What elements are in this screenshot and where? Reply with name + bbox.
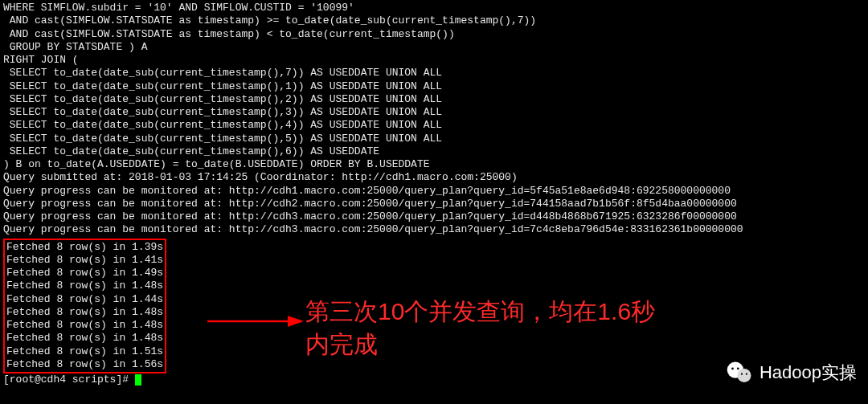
fetched-result-line: Fetched 8 row(s) in 1.48s: [6, 332, 163, 345]
fetched-result-line: Fetched 8 row(s) in 1.39s: [6, 241, 163, 254]
fetched-results-highlight-box: Fetched 8 row(s) in 1.39sFetched 8 row(s…: [3, 239, 166, 374]
terminal-line: SELECT to_date(date_sub(current_timestam…: [3, 67, 865, 80]
terminal-line: SELECT to_date(date_sub(current_timestam…: [3, 106, 865, 119]
terminal-line: Query progress can be monitored at: http…: [3, 223, 865, 236]
fetched-result-line: Fetched 8 row(s) in 1.48s: [6, 280, 163, 292]
wechat-icon: [726, 359, 753, 386]
terminal-output: WHERE SIMFLOW.subdir = '10' AND SIMFLOW.…: [3, 2, 865, 237]
terminal-line: AND cast(SIMFLOW.STATSDATE as timestamp)…: [3, 28, 865, 41]
shell-prompt-text: [root@cdh4 scripts]#: [3, 373, 135, 386]
terminal-line: SELECT to_date(date_sub(current_timestam…: [3, 80, 865, 93]
svg-point-6: [741, 373, 743, 375]
terminal-line: SELECT to_date(date_sub(current_timestam…: [3, 145, 865, 158]
terminal-line: SELECT to_date(date_sub(current_timestam…: [3, 119, 865, 132]
svg-point-4: [731, 368, 734, 370]
watermark-text: Hadoop实操: [760, 361, 857, 384]
svg-point-7: [746, 373, 747, 375]
annotation-line-1: 第三次10个并发查询，均在1.6秒: [305, 296, 655, 329]
svg-point-3: [737, 369, 751, 382]
fetched-result-line: Fetched 8 row(s) in 1.48s: [6, 306, 163, 319]
terminal-line: Query progress can be monitored at: http…: [3, 210, 865, 223]
terminal-line: SELECT to_date(date_sub(current_timestam…: [3, 133, 865, 145]
fetched-result-line: Fetched 8 row(s) in 1.48s: [6, 319, 163, 332]
fetched-result-line: Fetched 8 row(s) in 1.56s: [6, 358, 163, 371]
terminal-line: SELECT to_date(date_sub(current_timestam…: [3, 93, 865, 106]
annotation-arrow: [207, 313, 304, 329]
terminal-line: RIGHT JOIN (: [3, 54, 865, 67]
fetched-result-line: Fetched 8 row(s) in 1.41s: [6, 254, 163, 267]
svg-marker-1: [288, 316, 304, 327]
terminal-line: GROUP BY STATSDATE ) A: [3, 41, 865, 54]
watermark: Hadoop实操: [726, 359, 857, 386]
terminal-line: WHERE SIMFLOW.subdir = '10' AND SIMFLOW.…: [3, 2, 865, 14]
terminal-line: AND cast(SIMFLOW.STATSDATE as timestamp)…: [3, 14, 865, 27]
terminal-line: Query progress can be monitored at: http…: [3, 198, 865, 210]
terminal-line: Query progress can be monitored at: http…: [3, 185, 865, 198]
fetched-result-line: Fetched 8 row(s) in 1.44s: [6, 293, 163, 306]
svg-point-5: [737, 368, 739, 370]
cursor: [135, 374, 141, 386]
fetched-result-line: Fetched 8 row(s) in 1.49s: [6, 267, 163, 280]
terminal-line: Query submitted at: 2018-01-03 17:14:25 …: [3, 171, 865, 184]
terminal-line: ) B on to_date(A.USEDDATE) = to_date(B.U…: [3, 158, 865, 171]
annotation-line-2: 内完成: [305, 329, 655, 361]
fetched-result-line: Fetched 8 row(s) in 1.51s: [6, 345, 163, 358]
annotation-callout: 第三次10个并发查询，均在1.6秒 内完成: [305, 296, 655, 361]
